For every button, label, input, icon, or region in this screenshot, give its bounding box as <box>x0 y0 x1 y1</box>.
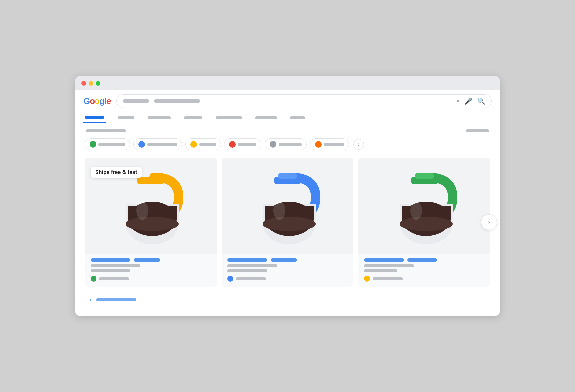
product-card-2[interactable] <box>222 158 354 287</box>
chip-3[interactable] <box>185 138 221 150</box>
product-badge-1 <box>91 276 211 282</box>
badge-label-3 <box>373 277 403 280</box>
chip-icon-1 <box>90 141 96 148</box>
product-title-3 <box>364 258 484 262</box>
clear-icon[interactable]: × <box>456 98 460 105</box>
product-title-1 <box>91 258 211 262</box>
nav-tabs <box>75 112 500 123</box>
desc-line-3 <box>227 264 277 267</box>
chip-label-6 <box>324 143 344 146</box>
product-image-2 <box>222 158 354 254</box>
chip-label-3 <box>199 143 216 146</box>
chip-2[interactable] <box>133 138 182 150</box>
google-logo: Google <box>83 96 111 106</box>
tab-images[interactable] <box>116 113 136 123</box>
chip-icon-5 <box>270 141 276 148</box>
product-title-line-5 <box>364 258 404 262</box>
chip-icon-2 <box>138 141 145 148</box>
product-info-3 <box>358 254 490 287</box>
product-desc-1 <box>91 264 211 272</box>
chip-6[interactable] <box>310 138 349 150</box>
chip-label-2 <box>147 143 177 146</box>
desc-line-2 <box>91 269 130 272</box>
product-desc-2 <box>227 264 348 272</box>
svg-point-13 <box>263 217 316 231</box>
product-title-line-2 <box>134 258 160 262</box>
product-title-line-1 <box>91 258 130 262</box>
badge-label-2 <box>236 277 266 280</box>
search-bar[interactable]: × 🎤 🔍 <box>116 94 492 108</box>
chip-icon-6 <box>315 141 322 148</box>
svg-rect-8 <box>278 173 297 179</box>
svg-rect-0 <box>137 177 164 184</box>
more-link-row: → <box>85 294 490 306</box>
tab-videos[interactable] <box>254 113 278 123</box>
coffee-pot-svg-2 <box>254 167 321 244</box>
svg-point-22 <box>410 201 422 220</box>
badge-icon-1 <box>91 276 96 282</box>
desc-line-5 <box>364 264 414 267</box>
ships-free-badge: Ships free & fast <box>91 167 142 178</box>
title-bar <box>75 76 500 90</box>
desc-line-4 <box>227 269 267 272</box>
desc-line-6 <box>364 269 397 272</box>
coffee-pot-svg-1 <box>117 167 184 244</box>
products-grid: Ships free & fast <box>85 158 490 287</box>
address-bar-row: Google × 🎤 🔍 <box>75 90 500 112</box>
next-page-button[interactable]: › <box>481 214 497 230</box>
product-info-1 <box>85 254 217 287</box>
filter-top-row <box>85 129 490 132</box>
chip-1[interactable] <box>85 138 130 150</box>
minimize-button[interactable] <box>89 81 93 86</box>
product-title-2 <box>227 258 348 262</box>
maximize-button[interactable] <box>96 81 100 86</box>
product-desc-3 <box>364 264 484 272</box>
microphone-icon[interactable]: 🎤 <box>464 97 473 105</box>
filter-label-line <box>86 129 126 132</box>
svg-point-21 <box>400 217 453 231</box>
svg-point-14 <box>273 201 285 220</box>
product-image-1: Ships free & fast <box>85 158 217 254</box>
filter-chips-row: › <box>85 137 490 152</box>
product-card-1[interactable]: Ships free & fast <box>85 158 217 287</box>
badge-icon-3 <box>364 276 370 282</box>
product-image-3 <box>358 158 490 254</box>
chip-4[interactable] <box>224 138 261 150</box>
svg-rect-16 <box>415 173 434 179</box>
product-badge-2 <box>227 276 348 282</box>
badge-label-1 <box>99 277 129 280</box>
product-info-2 <box>222 254 354 287</box>
search-query <box>123 99 453 103</box>
tab-maps[interactable] <box>183 113 204 123</box>
tab-news[interactable] <box>214 113 243 123</box>
traffic-lights <box>81 81 100 86</box>
svg-point-5 <box>126 217 179 231</box>
filter-options-line <box>466 129 489 132</box>
chip-label-5 <box>279 143 302 146</box>
chip-label-1 <box>98 143 125 146</box>
chip-label-4 <box>238 143 256 146</box>
tab-more[interactable] <box>289 113 306 123</box>
tab-shopping[interactable] <box>146 113 172 123</box>
tab-all[interactable] <box>83 112 106 123</box>
svg-point-6 <box>136 201 148 220</box>
chip-icon-3 <box>190 141 197 148</box>
chip-icon-4 <box>229 141 236 148</box>
products-wrapper: Ships free & fast <box>85 158 490 287</box>
content-area: › Ships free & fast <box>75 123 500 316</box>
close-button[interactable] <box>81 81 86 86</box>
browser-window: Google × 🎤 🔍 <box>75 76 500 316</box>
coffee-pot-svg-3 <box>391 167 458 244</box>
more-arrow-icon[interactable]: → <box>86 296 93 304</box>
search-icons: × 🎤 🔍 <box>456 97 485 105</box>
more-link-label[interactable] <box>96 298 136 301</box>
chips-next-button[interactable]: › <box>353 139 364 150</box>
product-title-line-4 <box>271 258 297 262</box>
desc-line-1 <box>91 264 140 267</box>
product-title-line-3 <box>227 258 267 262</box>
search-icon[interactable]: 🔍 <box>477 97 485 105</box>
product-badge-3 <box>364 276 484 282</box>
product-card-3[interactable] <box>358 158 490 287</box>
chip-5[interactable] <box>265 138 307 150</box>
badge-icon-2 <box>227 276 233 282</box>
